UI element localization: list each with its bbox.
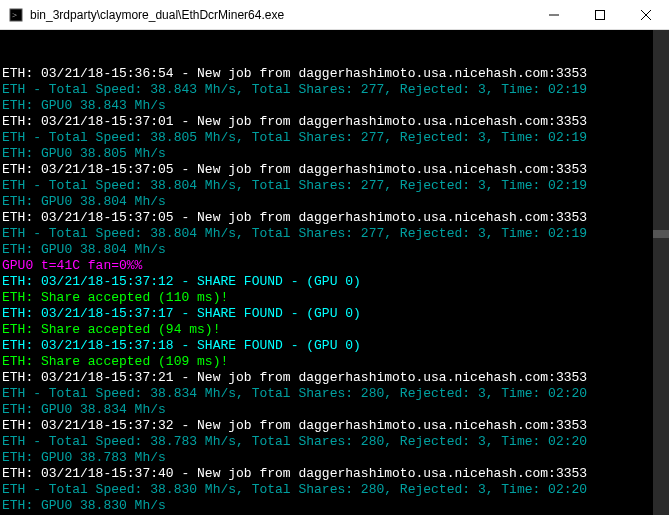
console-line: ETH: 03/21/18-15:37:05 - New job from da… bbox=[2, 162, 667, 178]
console-line: ETH: 03/21/18-15:37:01 - New job from da… bbox=[2, 114, 667, 130]
console-line: ETH: Share accepted (94 ms)! bbox=[2, 322, 667, 338]
console-line: ETH - Total Speed: 38.783 Mh/s, Total Sh… bbox=[2, 434, 667, 450]
console-line: ETH - Total Speed: 38.804 Mh/s, Total Sh… bbox=[2, 226, 667, 242]
console-output[interactable]: ETH: 03/21/18-15:36:54 - New job from da… bbox=[0, 30, 669, 515]
svg-rect-3 bbox=[596, 10, 605, 19]
app-icon: > bbox=[8, 7, 24, 23]
minimize-button[interactable] bbox=[531, 0, 577, 29]
close-button[interactable] bbox=[623, 0, 669, 29]
console-line: ETH: GPU0 38.804 Mh/s bbox=[2, 194, 667, 210]
console-line: ETH: 03/21/18-15:37:32 - New job from da… bbox=[2, 418, 667, 434]
console-line: ETH: 03/21/18-15:37:18 - SHARE FOUND - (… bbox=[2, 338, 667, 354]
console-line: ETH: GPU0 38.805 Mh/s bbox=[2, 146, 667, 162]
svg-text:>: > bbox=[12, 10, 17, 20]
console-line: ETH: 03/21/18-15:37:40 - New job from da… bbox=[2, 466, 667, 482]
console-line: ETH: GPU0 38.834 Mh/s bbox=[2, 402, 667, 418]
console-line: ETH: GPU0 38.830 Mh/s bbox=[2, 498, 667, 514]
scrollbar-track[interactable] bbox=[653, 30, 669, 515]
console-line: ETH: 03/21/18-15:37:12 - SHARE FOUND - (… bbox=[2, 274, 667, 290]
console-line: ETH: GPU0 38.783 Mh/s bbox=[2, 450, 667, 466]
console-line: ETH: 03/21/18-15:37:17 - SHARE FOUND - (… bbox=[2, 306, 667, 322]
console-line: ETH: 03/21/18-15:37:21 - New job from da… bbox=[2, 370, 667, 386]
console-window: > bin_3rdparty\claymore_dual\EthDcrMiner… bbox=[0, 0, 669, 515]
console-line: ETH - Total Speed: 38.830 Mh/s, Total Sh… bbox=[2, 482, 667, 498]
scrollbar-thumb[interactable] bbox=[653, 230, 669, 238]
titlebar[interactable]: > bin_3rdparty\claymore_dual\EthDcrMiner… bbox=[0, 0, 669, 30]
console-line: ETH - Total Speed: 38.804 Mh/s, Total Sh… bbox=[2, 178, 667, 194]
console-line: ETH - Total Speed: 38.834 Mh/s, Total Sh… bbox=[2, 386, 667, 402]
maximize-button[interactable] bbox=[577, 0, 623, 29]
console-line: ETH - Total Speed: 38.805 Mh/s, Total Sh… bbox=[2, 130, 667, 146]
console-line: ETH: GPU0 38.804 Mh/s bbox=[2, 242, 667, 258]
console-lines: ETH: 03/21/18-15:36:54 - New job from da… bbox=[2, 66, 667, 515]
console-line: GPU0 t=41C fan=0%% bbox=[2, 258, 667, 274]
console-line: ETH: 03/21/18-15:36:54 - New job from da… bbox=[2, 66, 667, 82]
console-line: ETH: Share accepted (110 ms)! bbox=[2, 290, 667, 306]
window-controls bbox=[531, 0, 669, 29]
console-line: ETH - Total Speed: 38.843 Mh/s, Total Sh… bbox=[2, 82, 667, 98]
console-line: ETH: GPU0 38.843 Mh/s bbox=[2, 98, 667, 114]
console-line: ETH: 03/21/18-15:37:05 - New job from da… bbox=[2, 210, 667, 226]
console-line: ETH: Share accepted (109 ms)! bbox=[2, 354, 667, 370]
window-title: bin_3rdparty\claymore_dual\EthDcrMiner64… bbox=[30, 8, 531, 22]
